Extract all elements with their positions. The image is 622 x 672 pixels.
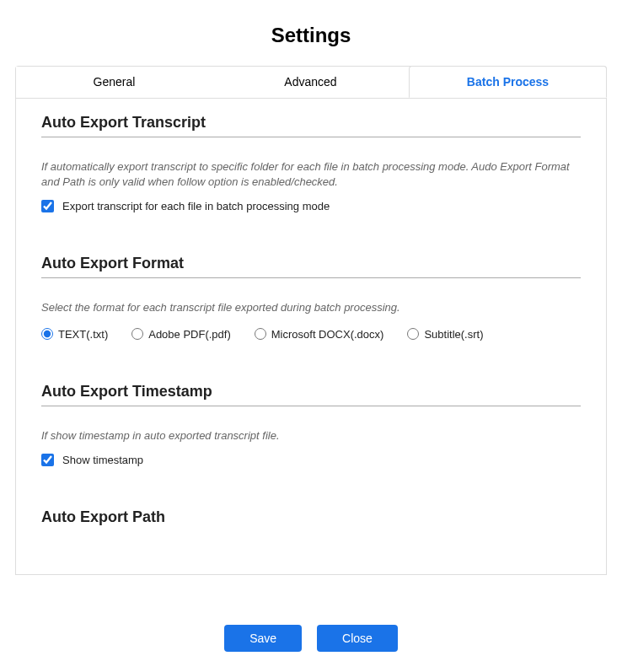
format-radio-srt-input[interactable]	[407, 328, 419, 340]
section-title: Auto Export Timestamp	[41, 383, 581, 406]
section-title: Auto Export Transcript	[41, 114, 581, 137]
format-radio-docx[interactable]: Microsoft DOCX(.docx)	[255, 328, 384, 341]
section-title: Auto Export Format	[41, 255, 581, 278]
show-timestamp-checkbox[interactable]	[41, 454, 54, 466]
section-auto-export-transcript: Auto Export Transcript If automatically …	[41, 114, 581, 212]
export-transcript-checkbox-row[interactable]: Export transcript for each file in batch…	[41, 200, 581, 212]
section-title: Auto Export Path	[41, 508, 581, 526]
export-transcript-checkbox[interactable]	[41, 200, 54, 212]
save-button[interactable]: Save	[224, 625, 302, 652]
tab-advanced[interactable]: Advanced	[212, 67, 409, 98]
format-radio-pdf-label: Adobe PDF(.pdf)	[148, 328, 231, 341]
section-auto-export-format: Auto Export Format Select the format for…	[41, 255, 581, 340]
export-transcript-label: Export transcript for each file in batch…	[62, 200, 330, 212]
format-radio-srt-label: Subtitle(.srt)	[424, 328, 483, 341]
section-auto-export-path: Auto Export Path	[41, 508, 581, 526]
tab-batch-process[interactable]: Batch Process	[409, 66, 607, 98]
section-auto-export-timestamp: Auto Export Timestamp If show timestamp …	[41, 383, 581, 466]
format-radio-docx-input[interactable]	[255, 328, 266, 340]
format-radio-pdf[interactable]: Adobe PDF(.pdf)	[131, 328, 231, 341]
footer: Save Close	[0, 625, 622, 652]
format-radio-txt-input[interactable]	[41, 328, 53, 340]
format-radio-txt[interactable]: TEXT(.txt)	[41, 328, 108, 341]
tabs: General Advanced Batch Process	[15, 66, 607, 98]
section-desc: If automatically export transcript to sp…	[41, 159, 581, 190]
close-button[interactable]: Close	[317, 625, 398, 652]
show-timestamp-label: Show timestamp	[62, 454, 143, 466]
section-desc: Select the format for each transcript fi…	[41, 300, 581, 315]
content-scroll[interactable]: Auto Export Transcript If automatically …	[15, 98, 607, 575]
show-timestamp-checkbox-row[interactable]: Show timestamp	[41, 454, 581, 466]
tab-general[interactable]: General	[16, 67, 212, 98]
section-desc: If show timestamp in auto exported trans…	[41, 428, 581, 444]
page-title: Settings	[0, 0, 622, 66]
format-radio-pdf-input[interactable]	[131, 328, 143, 340]
format-radio-docx-label: Microsoft DOCX(.docx)	[271, 328, 384, 341]
format-radio-group: TEXT(.txt) Adobe PDF(.pdf) Microsoft DOC…	[41, 328, 581, 341]
format-radio-srt[interactable]: Subtitle(.srt)	[407, 328, 483, 341]
format-radio-txt-label: TEXT(.txt)	[58, 328, 108, 341]
